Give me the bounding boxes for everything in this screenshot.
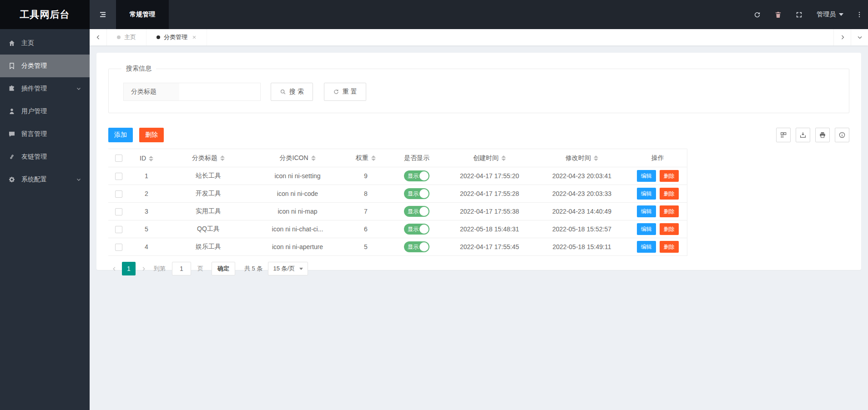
sidebar-item-plugins[interactable]: 插件管理 [0,77,90,100]
tabbar-spacer [207,29,833,45]
table-toolbar: 添加 删除 [108,128,849,142]
toggle-knob-icon [419,207,429,216]
add-button[interactable]: 添加 [108,128,133,142]
header-title[interactable]: 分类标题 [164,149,253,167]
show-toggle[interactable]: 显示 [404,206,429,217]
topnav-tab-general[interactable]: 常规管理 [116,0,169,29]
search-form: 分类标题 搜 索 重 置 [123,83,840,101]
close-icon[interactable] [192,35,197,40]
tabs-scroll-right-button[interactable] [833,29,851,45]
header-modified[interactable]: 修改时间 [535,149,629,167]
cell-id: 5 [129,220,164,238]
collapse-sidebar-button[interactable] [90,0,116,29]
tabs-dropdown-button[interactable] [851,29,868,45]
sidebar-item-label: 插件管理 [21,85,47,93]
per-page-select[interactable]: 15 条/页 [268,262,308,275]
info-button[interactable] [835,128,849,142]
sort-icon[interactable] [311,155,316,161]
export-button[interactable] [796,128,810,142]
link-icon [8,153,15,160]
sidebar-item-users[interactable]: 用户管理 [0,100,90,123]
delete-row-button[interactable]: 删除 [660,205,679,217]
sidebar-item-home[interactable]: 主页 [0,32,90,55]
cell-created: 2022-05-18 15:48:31 [444,220,535,238]
print-button[interactable] [815,128,830,142]
sort-icon[interactable] [220,155,225,161]
row-check-cell [108,167,129,185]
edit-button[interactable]: 编辑 [637,223,656,235]
sidebar-item-category[interactable]: 分类管理 [0,55,90,77]
reset-button[interactable]: 重 置 [324,83,366,101]
sort-icon[interactable] [501,155,506,161]
edit-button[interactable]: 编辑 [637,241,656,253]
fullscreen-button[interactable] [788,0,809,29]
tab-label: 主页 [124,33,136,41]
page-tab-category[interactable]: 分类管理 [146,29,207,45]
tabs-scroll-left-button[interactable] [90,29,107,45]
cell-id: 2 [129,185,164,203]
caret-down-icon [299,268,303,270]
sidebar-item-label: 友链管理 [21,153,47,161]
page-tab-home[interactable]: 主页 [107,29,146,45]
page-tabbar: 主页 分类管理 [90,29,868,45]
category-table: ID 分类标题 分类ICON 权重 是否显示 创建时间 修改时间 操作 [108,149,687,256]
table-header-row: ID 分类标题 分类ICON 权重 是否显示 创建时间 修改时间 操作 [108,149,687,167]
edit-button[interactable]: 编辑 [637,205,656,217]
prev-page-button[interactable] [108,262,120,275]
header-icon-label: 分类ICON [280,154,308,161]
refresh-button[interactable] [747,0,767,29]
delete-button[interactable]: 删除 [139,128,164,142]
sidebar-item-messages[interactable]: 留言管理 [0,123,90,145]
header-created[interactable]: 创建时间 [444,149,535,167]
filter-columns-button[interactable] [776,128,791,142]
sort-icon[interactable] [149,156,153,161]
cell-title: 开发工具 [164,185,253,203]
show-toggle[interactable]: 显示 [404,241,429,252]
goto-confirm-button[interactable]: 确定 [212,262,235,275]
row-checkbox[interactable] [115,226,122,233]
delete-row-button[interactable]: 删除 [660,170,679,182]
next-page-button[interactable] [137,262,149,275]
cell-actions: 编辑删除 [629,167,687,185]
cell-actions: 编辑删除 [629,185,687,203]
delete-row-button[interactable]: 删除 [660,188,679,200]
goto-suffix-label: 页 [197,265,203,273]
toggle-label: 显示 [408,208,419,215]
table-row: 5 QQ工具 icon ni ni-chat-ci... 6 显示 2022-0… [108,220,687,238]
header-actions: 操作 [629,149,687,167]
header-id[interactable]: ID [129,149,164,167]
search-button[interactable]: 搜 索 [271,83,313,101]
edit-button[interactable]: 编辑 [637,170,656,182]
row-checkbox[interactable] [115,173,122,180]
sort-icon[interactable] [371,155,376,161]
sidebar-item-label: 留言管理 [21,130,47,138]
header-weight[interactable]: 权重 [342,149,389,167]
chevron-down-icon [76,86,81,91]
cell-icon: icon ni ni-map [253,203,342,220]
toggle-knob-icon [419,242,429,251]
sidebar-item-system-config[interactable]: 系统配置 [0,168,90,191]
admin-dropdown[interactable]: 管理员 [809,0,851,29]
row-checkbox[interactable] [115,244,122,251]
more-menu-button[interactable] [851,0,868,29]
show-toggle[interactable]: 显示 [404,170,429,181]
reset-icon [333,89,339,95]
select-all-checkbox[interactable] [115,155,122,162]
sidebar-item-links[interactable]: 友链管理 [0,145,90,168]
row-checkbox[interactable] [115,208,122,215]
delete-row-button[interactable]: 删除 [660,223,679,235]
show-toggle[interactable]: 显示 [404,188,429,199]
delete-row-button[interactable]: 删除 [660,241,679,253]
category-title-group: 分类标题 [123,83,261,101]
clear-cache-button[interactable] [767,0,788,29]
chevron-right-icon [141,266,146,271]
sort-icon[interactable] [594,155,598,161]
edit-button[interactable]: 编辑 [637,188,656,200]
current-page-button[interactable]: 1 [122,262,136,275]
header-icon[interactable]: 分类ICON [253,149,342,167]
goto-page-input[interactable] [172,262,191,275]
category-title-input[interactable] [179,83,260,100]
show-toggle[interactable]: 显示 [404,224,429,235]
row-checkbox[interactable] [115,190,122,198]
cell-show: 显示 [389,185,444,203]
